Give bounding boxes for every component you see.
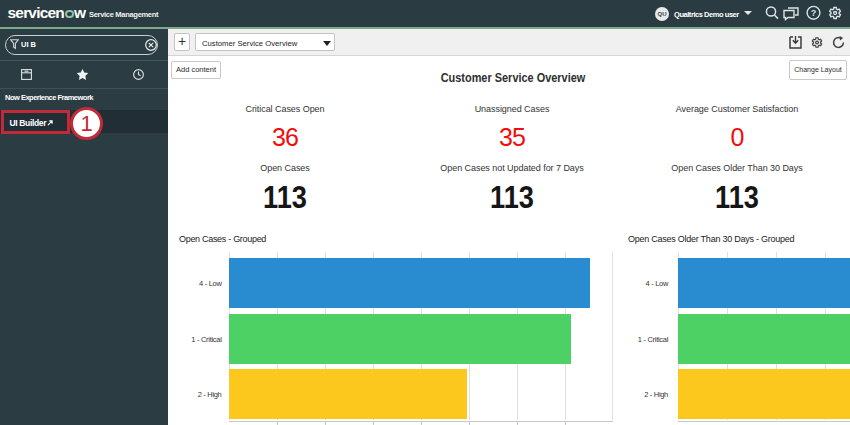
svg-text:?: ? xyxy=(811,8,817,18)
